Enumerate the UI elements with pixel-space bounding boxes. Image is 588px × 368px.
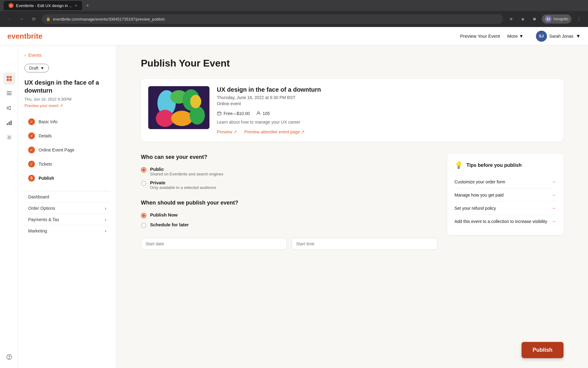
public-option-text: Public Shared on Eventbrite and search e… [150, 167, 223, 176]
address-bar[interactable]: 🔒 eventbrite.com/manage/events/336451735… [42, 14, 503, 24]
sidebar-nav-details[interactable]: ✓ Details [24, 129, 110, 142]
svg-point-18 [171, 111, 193, 126]
tips-payment-link[interactable]: Manage how you get paid → [454, 189, 556, 202]
top-nav: eventbrite Preview Your Event More ▼ SJ … [0, 27, 588, 45]
start-time-input[interactable] [292, 238, 437, 250]
sidebar-question-icon[interactable] [3, 351, 15, 363]
sidebar-section-marketing[interactable]: Marketing › [24, 225, 110, 236]
event-card-capacity: 105 [256, 111, 270, 116]
sidebar-list-icon[interactable] [3, 87, 15, 99]
svg-rect-0 [7, 76, 9, 78]
sidebar-nav-publish[interactable]: 5 Publish [24, 172, 110, 185]
browser-chrome: e Eventbrite - Edit UX design in ... × +… [0, 0, 588, 27]
tips-collection-link[interactable]: Add this event to a collection to increa… [454, 215, 556, 228]
svg-rect-2 [7, 79, 9, 81]
sidebar-section-dashboard[interactable]: Dashboard [24, 191, 110, 202]
publish-timing-title: When should we publish your event? [141, 200, 437, 206]
svg-rect-3 [9, 79, 12, 81]
incognito-menu[interactable]: SJ Incognito [542, 14, 571, 24]
publish-button[interactable]: Publish [522, 342, 564, 358]
preview-attendee-link[interactable]: Preview attendee event page ↗ [244, 129, 305, 134]
sidebar-home-icon[interactable] [3, 72, 15, 85]
page-content: Publish Your Event [116, 45, 588, 368]
draft-chevron-icon: ▼ [40, 66, 44, 71]
chevron-down-icon: › [105, 206, 106, 211]
tips-panel: 💡 Tips before you publish Customize your… [447, 154, 564, 235]
tab-close-button[interactable]: × [75, 3, 77, 8]
back-chevron-icon: ‹ [24, 53, 26, 58]
publish-now-radio[interactable] [141, 213, 146, 218]
draft-badge[interactable]: Draft ▼ [24, 64, 49, 72]
user-menu-chevron-icon: ▼ [576, 33, 581, 39]
schedule-later-radio[interactable] [141, 223, 146, 228]
svg-point-19 [190, 106, 205, 125]
chevron-down-icon: ▼ [519, 33, 524, 39]
event-card-date: Thursday, June 16, 2022 at 6:30 PM BST [217, 95, 556, 100]
sidebar-section-payments-tax[interactable]: Payments & Tax › [24, 214, 110, 225]
forward-button[interactable]: → [17, 15, 26, 23]
browser-controls: ← → ⟳ 🔒 eventbrite.com/manage/events/336… [0, 11, 588, 27]
events-back-link[interactable]: ‹ Events [24, 53, 110, 58]
publish-timing-radio-group: Publish Now Schedule for later [141, 212, 437, 228]
check-icon: ✓ [28, 118, 35, 125]
back-button[interactable]: ← [5, 15, 13, 23]
check-icon: ✓ [28, 147, 35, 153]
step-number: 5 [28, 175, 35, 182]
reload-button[interactable]: ⟳ [29, 15, 38, 23]
private-option-text: Private Only available to a selected aud… [150, 180, 216, 190]
content-columns: Who can see your event? Public Shared on… [141, 154, 564, 250]
public-radio[interactable] [141, 167, 146, 173]
svg-point-12 [9, 358, 9, 359]
sidebar-preview-link[interactable]: Preview your event ↗ [24, 103, 110, 108]
visibility-radio-group: Public Shared on Eventbrite and search e… [141, 167, 437, 190]
arrow-icon: → [551, 219, 556, 224]
schedule-later-option[interactable]: Schedule for later [141, 222, 437, 228]
chevron-down-icon: › [105, 217, 106, 222]
sidebar-section-order-options[interactable]: Order Options › [24, 202, 110, 214]
new-tab-button[interactable]: + [86, 2, 89, 9]
eventbrite-logo[interactable]: eventbrite [7, 32, 43, 40]
svg-rect-7 [7, 123, 8, 125]
menu-button[interactable]: ⋮ [575, 15, 583, 23]
tips-title: Tips before you publish [466, 163, 522, 168]
more-link[interactable]: More ▼ [507, 33, 524, 39]
tips-refund-link[interactable]: Set your refund policy → [454, 202, 556, 215]
extensions-button[interactable]: ■ [530, 15, 539, 23]
visibility-public-option[interactable]: Public Shared on Eventbrite and search e… [141, 167, 437, 176]
visibility-private-option[interactable]: Private Only available to a selected aud… [141, 180, 437, 190]
tab-title: Eventbrite - Edit UX design in ... [16, 3, 72, 8]
event-card-desc: Learn about how to manage your UX career [217, 120, 556, 125]
svg-point-20 [190, 95, 201, 108]
browser-tab[interactable]: e Eventbrite - Edit UX design in ... × [4, 1, 82, 10]
preview-link[interactable]: Preview ↗ [217, 129, 237, 134]
svg-rect-1 [9, 76, 12, 78]
publish-now-option[interactable]: Publish Now [141, 212, 437, 218]
visibility-section-title: Who can see your event? [141, 154, 437, 160]
svg-point-10 [8, 136, 10, 138]
preview-event-link[interactable]: Preview Your Event [460, 33, 500, 39]
sidebar-megaphone-icon[interactable] [3, 102, 15, 114]
user-menu[interactable]: SJ Sarah Jonas ▼ [536, 31, 581, 42]
bookmark-button[interactable]: ★ [518, 15, 527, 23]
sidebar-chart-icon[interactable] [3, 117, 15, 129]
browser-tab-bar: e Eventbrite - Edit UX design in ... × + [0, 0, 588, 11]
sidebar-nav-tickets[interactable]: ✓ Tickets [24, 158, 110, 171]
event-card-type: Online event [217, 101, 556, 106]
user-name: Sarah Jonas [549, 34, 574, 39]
panel: ‹ Events Draft ▼ UX design in the face o… [18, 45, 588, 368]
event-card: UX design in the face of a downturn Thur… [141, 79, 564, 142]
external-link-icon: ↗ [233, 129, 237, 134]
arrow-icon: → [551, 179, 556, 185]
private-radio[interactable] [141, 181, 146, 186]
sidebar-nav-online-event-page[interactable]: ✓ Online Event Page [24, 144, 110, 156]
lightbulb-icon: 💡 [454, 161, 463, 169]
start-date-input[interactable] [141, 238, 287, 250]
sidebar-nav-basic-info[interactable]: ✓ Basic Info [24, 115, 110, 128]
tips-order-form-link[interactable]: Customize your order form → [454, 175, 556, 189]
content-right: 💡 Tips before you publish Customize your… [447, 154, 564, 250]
app-layout: ‹ Events Draft ▼ UX design in the face o… [0, 27, 588, 368]
cast-button[interactable]: ☀ [507, 15, 515, 23]
left-sidebar [0, 27, 18, 368]
sidebar-gear-icon[interactable] [3, 131, 15, 144]
date-inputs [141, 238, 437, 250]
